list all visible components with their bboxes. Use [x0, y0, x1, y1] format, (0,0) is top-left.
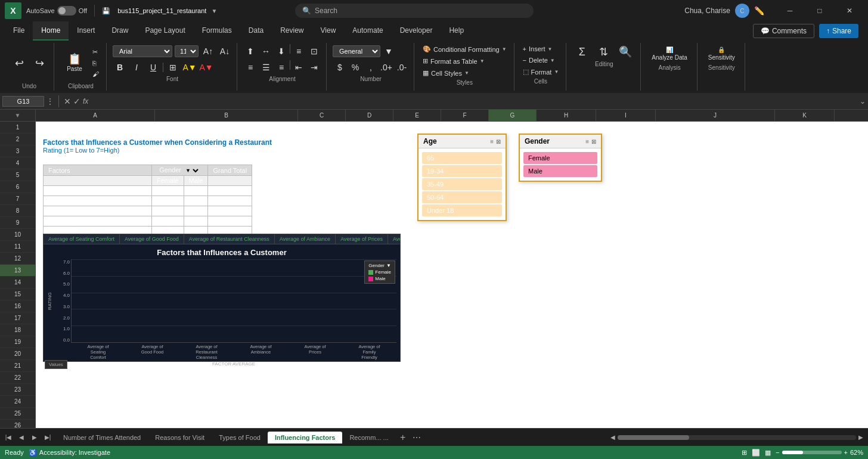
zoom-in-button[interactable]: + — [844, 449, 848, 456]
chart-tab-food[interactable]: Average of Good Food — [120, 234, 184, 244]
currency-button[interactable]: $ — [333, 60, 347, 75]
age-filter-icon[interactable]: ⊠ — [496, 138, 501, 145]
sheet-tab-influencing[interactable]: Influencing Factors — [268, 432, 342, 444]
tab-automate[interactable]: Automate — [344, 21, 391, 41]
sum-button[interactable]: Σ — [572, 44, 591, 60]
analyze-data-button[interactable]: 📊 Analyze Data — [647, 44, 692, 63]
col-header-c[interactable]: C — [298, 110, 346, 121]
page-layout-view-icon[interactable]: ⬜ — [752, 449, 760, 457]
decimal-decrease-button[interactable]: .0- — [395, 60, 409, 75]
expand-formula-icon[interactable]: ⌄ — [860, 97, 866, 106]
font-size-selector[interactable]: 11 — [175, 45, 199, 57]
align-center-button[interactable]: ☰ — [259, 60, 273, 75]
conditional-formatting-button[interactable]: 🎨 Conditional Formatting ▼ — [420, 44, 509, 54]
prev-sheet-button[interactable]: ◀ — [16, 432, 27, 444]
normal-view-icon[interactable]: ⊞ — [742, 449, 747, 457]
sheet-options-button[interactable]: ⋯ — [413, 433, 421, 442]
gender-filter-icon[interactable]: ⊠ — [591, 138, 596, 145]
wrap-text-button[interactable]: ≡ — [292, 44, 306, 58]
decrease-font-button[interactable]: A↓ — [218, 44, 232, 58]
tab-review[interactable]: Review — [272, 21, 312, 41]
cells-body[interactable]: Factors that Influences a Customer when … — [36, 122, 868, 428]
copy-button[interactable]: ⎘ — [90, 58, 101, 68]
last-sheet-button[interactable]: ▶| — [42, 432, 54, 444]
align-bottom-button[interactable]: ⬇ — [274, 44, 289, 58]
decimal-increase-button[interactable]: .0+ — [379, 60, 393, 75]
minimize-button[interactable]: ─ — [776, 1, 804, 20]
align-left-button[interactable]: ≡ — [243, 60, 258, 75]
values-button[interactable]: Values — [45, 360, 67, 369]
tab-draw[interactable]: Draw — [103, 21, 137, 41]
tab-insert[interactable]: Insert — [69, 21, 103, 41]
tab-page-layout[interactable]: Page Layout — [137, 21, 193, 41]
confirm-formula-icon[interactable]: ✓ — [73, 97, 80, 106]
cell-styles-button[interactable]: ▦ Cell Styles ▼ — [420, 68, 509, 78]
page-break-view-icon[interactable]: ▦ — [765, 449, 771, 457]
cut-button[interactable]: ✂ — [90, 47, 101, 57]
share-button[interactable]: ↑ Share — [819, 24, 858, 38]
col-header-h[interactable]: H — [537, 110, 596, 121]
next-sheet-button[interactable]: ▶ — [29, 432, 41, 444]
format-as-table-button[interactable]: ⊞ Format as Table ▼ — [420, 56, 509, 66]
gender-sort-icon[interactable]: ≡ — [585, 138, 589, 145]
sort-button[interactable]: ⇅ — [594, 44, 613, 60]
merge-button[interactable]: ⊡ — [307, 44, 321, 58]
font-selector[interactable]: Arial — [113, 45, 172, 57]
col-header-a[interactable]: A — [36, 110, 155, 121]
slicer-item-male[interactable]: Male — [523, 165, 597, 177]
autosave-toggle[interactable] — [57, 6, 76, 15]
chart-tab-ambiance[interactable]: Average of Ambiance — [275, 234, 336, 244]
indent-increase-button[interactable]: ⇥ — [307, 60, 321, 75]
comments-button[interactable]: 💬 Comments — [753, 24, 814, 38]
sheet-tab-reasons[interactable]: Reasons for Visit — [148, 432, 212, 444]
accessibility-label[interactable]: Accessibility: Investigate — [39, 449, 110, 456]
tab-view[interactable]: View — [312, 21, 345, 41]
percent-button[interactable]: % — [348, 60, 362, 75]
col-header-e[interactable]: E — [393, 110, 441, 121]
formula-input[interactable] — [91, 97, 857, 106]
chart-tab-prices[interactable]: Average of Prices — [336, 234, 388, 244]
col-header-i[interactable]: I — [596, 110, 656, 121]
cell-reference[interactable] — [2, 96, 44, 107]
cancel-formula-icon[interactable]: ✕ — [64, 97, 71, 106]
find-button[interactable]: 🔍 — [615, 44, 636, 60]
chart-tab-family[interactable]: Average of Family Friendly — [388, 234, 400, 244]
first-sheet-button[interactable]: |◀ — [2, 432, 14, 444]
gender-filter[interactable]: ▼ — [183, 167, 200, 174]
tab-data[interactable]: Data — [240, 21, 272, 41]
indent-decrease-button[interactable]: ⇤ — [292, 60, 306, 75]
redo-button[interactable]: ↪ — [30, 55, 49, 71]
insert-button[interactable]: + Insert ▼ — [520, 44, 562, 54]
tab-home[interactable]: Home — [33, 21, 69, 41]
align-top-button[interactable]: ⬆ — [243, 44, 258, 58]
bold-button[interactable]: B — [113, 60, 127, 75]
number-format-selector[interactable]: General — [333, 45, 380, 57]
add-sheet-button[interactable]: + — [396, 430, 410, 445]
number-format-expand[interactable]: ▼ — [382, 44, 396, 58]
chart-tab-cleanness[interactable]: Average of Restaurant Cleanness — [184, 234, 275, 244]
zoom-out-button[interactable]: − — [776, 449, 779, 456]
col-header-b[interactable]: B — [155, 110, 298, 121]
align-middle-button[interactable]: ↔ — [259, 44, 273, 58]
scroll-right-button[interactable]: ▶ — [858, 434, 863, 441]
pen-icon[interactable]: ✏️ — [754, 6, 764, 15]
age-sort-icon[interactable]: ≡ — [490, 138, 494, 145]
slicer-item-50-64[interactable]: 50-64 — [422, 191, 502, 203]
col-header-g-selected[interactable]: G — [489, 110, 537, 121]
font-color-button[interactable]: A▼ — [199, 60, 213, 75]
close-button[interactable]: ✕ — [836, 1, 863, 20]
col-header-j[interactable]: J — [656, 110, 775, 121]
increase-font-button[interactable]: A↑ — [201, 44, 215, 58]
slicer-item-35-49[interactable]: 35-49 — [422, 178, 502, 190]
scroll-left-button[interactable]: ◀ — [610, 434, 615, 441]
col-header-d[interactable]: D — [346, 110, 393, 121]
sheet-tab-times-attended[interactable]: Number of Times Attended — [56, 432, 148, 444]
align-right-button[interactable]: ≡ — [274, 60, 289, 75]
comma-button[interactable]: , — [364, 60, 378, 75]
delete-button[interactable]: − Delete ▼ — [520, 55, 562, 65]
dropdown-arrow[interactable]: ▼ — [211, 8, 217, 14]
maximize-button[interactable]: □ — [806, 1, 833, 20]
underline-button[interactable]: U — [146, 60, 160, 75]
sheet-tab-recomm[interactable]: Recomm... ... — [342, 432, 395, 444]
format-painter-button[interactable]: 🖌 — [90, 69, 101, 79]
